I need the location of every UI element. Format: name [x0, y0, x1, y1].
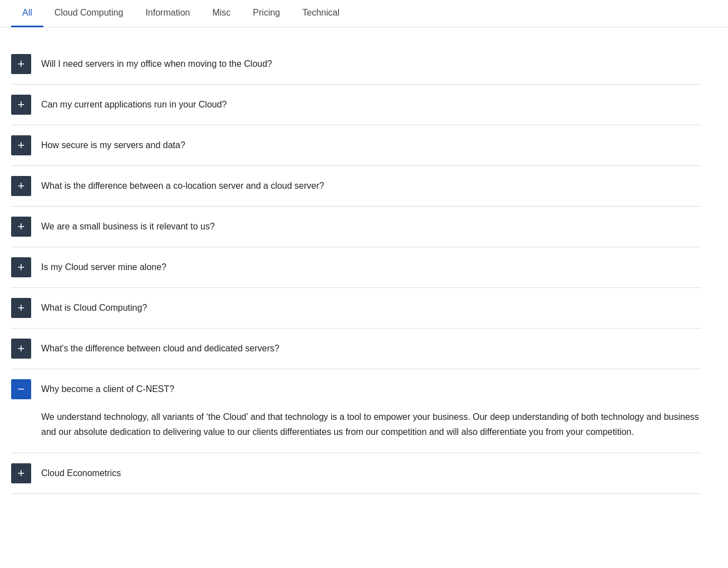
expand-icon[interactable]: +: [11, 95, 31, 115]
faq-question-row[interactable]: +What's the difference between cloud and…: [11, 329, 701, 369]
tab-technical[interactable]: Technical: [291, 0, 351, 27]
faq-question-text: What is the difference between a co-loca…: [41, 181, 324, 191]
faq-question-row[interactable]: +What is Cloud Computing?: [11, 288, 701, 328]
faq-item: +What is Cloud Computing?: [11, 288, 701, 329]
expand-icon[interactable]: +: [11, 257, 31, 277]
faq-question-row[interactable]: +Cloud Econometrics: [11, 453, 701, 493]
expand-icon[interactable]: +: [11, 54, 31, 74]
faq-question-row[interactable]: +How secure is my servers and data?: [11, 125, 701, 165]
faq-question-text: What's the difference between cloud and …: [41, 344, 279, 354]
expand-icon[interactable]: +: [11, 217, 31, 237]
faq-item: +Cloud Econometrics: [11, 453, 701, 494]
collapse-icon[interactable]: −: [11, 379, 31, 399]
tab-misc[interactable]: Misc: [201, 0, 242, 27]
faq-item: +Can my current applications run in your…: [11, 85, 701, 125]
faq-question-text: How secure is my servers and data?: [41, 140, 185, 150]
faq-question-row[interactable]: +Is my Cloud server mine alone?: [11, 247, 701, 287]
tab-information[interactable]: Information: [134, 0, 201, 27]
faq-question-text: Will I need servers in my office when mo…: [41, 59, 272, 69]
tab-all[interactable]: All: [11, 0, 43, 27]
expand-icon[interactable]: +: [11, 339, 31, 359]
faq-answer-text: We understand technology, all variants o…: [11, 409, 701, 453]
faq-question-text: Cloud Econometrics: [41, 468, 121, 478]
tab-bar: AllCloud ComputingInformationMiscPricing…: [0, 0, 728, 27]
tab-pricing[interactable]: Pricing: [242, 0, 291, 27]
faq-question-row[interactable]: −Why become a client of C-NEST?: [11, 369, 701, 409]
faq-question-text: We are a small business is it relevant t…: [41, 222, 215, 232]
faq-item: −Why become a client of C-NEST?We unders…: [11, 369, 701, 453]
expand-icon[interactable]: +: [11, 176, 31, 196]
expand-icon[interactable]: +: [11, 135, 31, 155]
faq-list: +Will I need servers in my office when m…: [0, 27, 712, 500]
faq-question-text: Why become a client of C-NEST?: [41, 384, 174, 394]
faq-question-text: Can my current applications run in your …: [41, 100, 227, 110]
faq-item: +How secure is my servers and data?: [11, 125, 701, 166]
faq-item: +Is my Cloud server mine alone?: [11, 247, 701, 288]
faq-question-row[interactable]: +Can my current applications run in your…: [11, 85, 701, 125]
faq-item: +What is the difference between a co-loc…: [11, 166, 701, 207]
faq-item: +Will I need servers in my office when m…: [11, 44, 701, 85]
faq-question-text: What is Cloud Computing?: [41, 303, 147, 313]
faq-item: +We are a small business is it relevant …: [11, 207, 701, 247]
expand-icon[interactable]: +: [11, 298, 31, 318]
expand-icon[interactable]: +: [11, 463, 31, 483]
faq-question-text: Is my Cloud server mine alone?: [41, 262, 166, 272]
faq-item: +What's the difference between cloud and…: [11, 329, 701, 369]
faq-question-row[interactable]: +We are a small business is it relevant …: [11, 207, 701, 247]
faq-question-row[interactable]: +Will I need servers in my office when m…: [11, 44, 701, 84]
faq-question-row[interactable]: +What is the difference between a co-loc…: [11, 166, 701, 206]
tab-cloud-computing[interactable]: Cloud Computing: [43, 0, 135, 27]
